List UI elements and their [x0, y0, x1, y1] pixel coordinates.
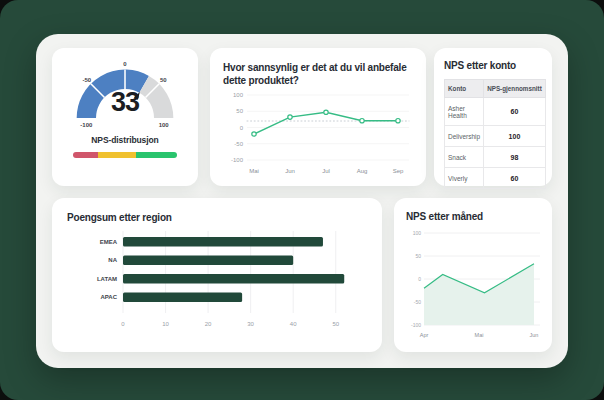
data-point: [252, 132, 256, 136]
x-tick-label: Mai: [475, 332, 484, 338]
x-tick-label: Sep: [393, 168, 404, 174]
bar: [123, 274, 344, 284]
nps-distribution-bar: [73, 152, 177, 158]
column-header: NPS-gjennomsnitt: [484, 80, 546, 98]
x-tick-label: Aug: [357, 168, 368, 174]
gauge-value: 33: [67, 87, 183, 118]
x-tick-label: 20: [205, 321, 212, 327]
y-tick-label: -100: [231, 157, 244, 163]
card-title: NPS etter måned: [406, 210, 540, 223]
table-row: Asher Health60: [445, 98, 546, 126]
y-tick-label: 50: [236, 109, 243, 115]
data-point: [360, 119, 364, 123]
line-series: [254, 113, 398, 135]
category-label: APAC: [100, 295, 117, 301]
x-tick-label: Jul: [322, 168, 330, 174]
y-tick-label: -50: [414, 299, 421, 305]
account-nps-value: 100: [484, 126, 546, 147]
account-name: Asher Health: [445, 98, 484, 126]
table-row: Delivership100: [445, 126, 546, 147]
x-tick-label: Jun: [530, 332, 539, 338]
table-row: Snack98: [445, 147, 546, 168]
card-title: Poengsum etter region: [67, 211, 367, 224]
x-tick-label: Jun: [285, 168, 295, 174]
account-nps-value: 60: [484, 168, 546, 189]
nps-by-account-card: NPS etter konto KontoNPS-gjennomsnitt As…: [434, 48, 552, 186]
accounts-table: KontoNPS-gjennomsnitt Asher Health60Deli…: [444, 79, 546, 189]
gauge-tick-label: -50: [82, 77, 91, 83]
dashboard-panel: -100-50050100 33 NPS-distribusjon Hvor s…: [36, 34, 568, 368]
category-label: LATAM: [97, 276, 117, 282]
card-title: Hvor sannsynlig er det at du vil anbefal…: [223, 61, 413, 87]
account-nps-value: 60: [484, 98, 546, 126]
y-tick-label: -50: [234, 141, 243, 147]
table-header-row: KontoNPS-gjennomsnitt: [445, 80, 546, 98]
x-tick-label: 30: [247, 321, 254, 327]
y-tick-label: 100: [233, 92, 244, 98]
gauge-title: NPS-distribusjon: [52, 135, 198, 145]
column-header: Konto: [445, 80, 484, 98]
data-point: [324, 110, 328, 114]
dashboard-frame: -100-50050100 33 NPS-distribusjon Hvor s…: [0, 0, 604, 400]
nps-by-month-card: NPS etter måned 100500-50-100AprMaiJun: [394, 198, 552, 352]
x-tick-label: 0: [121, 321, 125, 327]
gauge-tick-label: 50: [160, 77, 167, 83]
distribution-segment-promoters: [136, 152, 177, 158]
x-tick-label: Apr: [420, 332, 429, 338]
card-title: NPS etter konto: [444, 59, 542, 72]
y-tick-label: 100: [413, 230, 422, 236]
x-tick-label: 10: [162, 321, 169, 327]
data-point: [288, 115, 292, 119]
line-chart: 100500-50-100MaiJunJulAugSep: [223, 92, 411, 176]
y-tick-label: 50: [415, 253, 421, 259]
x-tick-label: Mai: [249, 168, 259, 174]
distribution-segment-passives: [98, 152, 136, 158]
recommend-likelihood-card: Hvor sannsynlig er det at du vil anbefal…: [210, 48, 426, 186]
gauge-tick-label: 100: [159, 122, 170, 128]
gauge-tick-label: -100: [80, 122, 93, 128]
table-row: Viverly60: [445, 168, 546, 189]
x-tick-label: 50: [332, 321, 339, 327]
bar: [123, 256, 293, 266]
y-tick-label: -100: [411, 322, 421, 328]
account-name: Viverly: [445, 168, 484, 189]
y-tick-label: 0: [418, 276, 421, 282]
bar: [123, 293, 242, 303]
nps-gauge-card: -100-50050100 33 NPS-distribusjon: [52, 48, 198, 186]
bar: [123, 237, 323, 247]
gauge-tick-label: 0: [123, 61, 127, 67]
bar-chart: 01020304050EMEANALATAMAPAC: [67, 229, 367, 341]
account-nps-value: 98: [484, 147, 546, 168]
account-name: Snack: [445, 147, 484, 168]
y-tick-label: 0: [240, 125, 244, 131]
category-label: NA: [108, 258, 117, 264]
nps-gauge: -100-50050100 33: [67, 58, 183, 130]
distribution-segment-detractors: [73, 152, 98, 158]
account-name: Delivership: [445, 126, 484, 147]
area-chart: 100500-50-100AprMaiJun: [406, 229, 540, 339]
x-tick-label: 40: [290, 321, 297, 327]
score-by-region-card: Poengsum etter region 01020304050EMEANAL…: [52, 198, 382, 352]
category-label: EMEA: [100, 239, 118, 245]
data-point: [396, 119, 400, 123]
